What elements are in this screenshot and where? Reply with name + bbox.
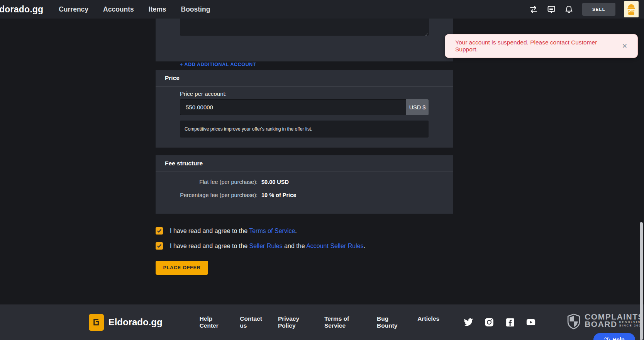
twitter-icon[interactable] (463, 317, 473, 327)
flat-fee-label: Flat fee (per purchase): (165, 179, 258, 185)
seller-rules-agreement-text: I have read and agree to the Seller Rule… (170, 243, 365, 250)
sell-button[interactable]: SELL (582, 3, 615, 16)
footer-link-articles[interactable]: Articles (417, 315, 439, 329)
fee-row-flat: Flat fee (per purchase): $0.00 USD (165, 179, 444, 185)
price-card-title: Price (156, 70, 453, 87)
seller-rules-link[interactable]: Seller Rules (249, 243, 282, 249)
price-card: Price Price per account: USD $ Competiti… (156, 70, 453, 148)
main-nav: Currency Accounts Items Boosting (59, 5, 210, 14)
price-input[interactable] (180, 99, 406, 115)
nav-item-items[interactable]: Items (149, 5, 166, 14)
help-question-icon: ? (604, 337, 610, 340)
nav-item-accounts[interactable]: Accounts (103, 5, 134, 14)
site-logo[interactable]: dorado.gg (0, 4, 43, 15)
toast-close-icon[interactable]: ✕ (620, 41, 629, 51)
place-offer-button[interactable]: PLACE OFFER (156, 261, 208, 275)
currency-suffix: USD $ (406, 99, 429, 115)
footer-link-privacy-policy[interactable]: Privacy Policy (278, 315, 313, 329)
account-details-card: + ADD ADDITIONAL ACCOUNT (156, 19, 453, 61)
price-per-account-label: Price per account: (180, 90, 227, 97)
footer-brand-text[interactable]: Eldorado.gg (108, 317, 163, 328)
account-seller-rules-link[interactable]: Account Seller Rules (306, 243, 364, 249)
seller-rules-checkbox[interactable] (156, 242, 163, 250)
terms-text-prefix: I have read and agree to the (170, 228, 249, 234)
terms-checkbox[interactable] (156, 227, 163, 235)
complaints-board-badge[interactable]: COMPLAINTS BOARD RESOLVING SINCE 2004 (567, 313, 644, 332)
chat-bubble-icon[interactable] (547, 5, 556, 14)
complaints-board-shield-icon (567, 313, 581, 332)
eldorado-logo-icon[interactable] (89, 314, 104, 331)
fee-rows: Flat fee (per purchase): $0.00 USD Perce… (165, 172, 444, 198)
agreement-row-terms: I have read and agree to the Terms of Se… (156, 227, 297, 235)
notification-bell-icon[interactable] (564, 5, 574, 14)
swap-arrows-icon[interactable] (529, 5, 538, 14)
fee-row-percentage: Percentage fee (per purchase): 10 % of P… (165, 192, 444, 198)
add-additional-account-link[interactable]: + ADD ADDITIONAL ACCOUNT (180, 62, 256, 67)
flat-fee-value: $0.00 USD (261, 179, 289, 185)
seller-text-prefix: I have read and agree to the (170, 243, 249, 249)
help-button[interactable]: ? Help (593, 333, 635, 340)
help-button-label: Help (612, 337, 624, 340)
price-input-row: USD $ (180, 99, 429, 115)
top-nav-bar: dorado.gg Currency Accounts Items Boosti… (0, 0, 644, 19)
youtube-icon[interactable] (526, 317, 536, 327)
footer-links: Help Center Contact us Privacy Policy Te… (200, 315, 439, 329)
footer-link-contact-us[interactable]: Contact us (240, 315, 266, 329)
fee-card-title: Fee structure (156, 155, 453, 172)
terms-text-suffix: . (295, 228, 297, 234)
textarea-resize-grip[interactable] (424, 31, 428, 38)
percentage-fee-label: Percentage fee (per purchase): (165, 192, 258, 198)
footer-link-bug-bounty[interactable]: Bug Bounty (377, 315, 406, 329)
terms-of-service-link[interactable]: Terms of Service (249, 228, 295, 234)
nav-right-controls: SELL (529, 1, 639, 17)
vertical-scrollbar-thumb[interactable] (640, 222, 643, 340)
fee-structure-card: Fee structure Flat fee (per purchase): $… (156, 155, 453, 214)
seller-text-middle: and the (283, 243, 306, 249)
toast-message: Your account is suspended. Please contac… (455, 39, 620, 53)
seller-text-suffix: . (364, 243, 365, 249)
social-icons (463, 317, 536, 327)
footer: Eldorado.gg Help Center Contact us Priva… (0, 304, 644, 340)
footer-link-terms-of-service[interactable]: Terms of Service (324, 315, 365, 329)
terms-agreement-text: I have read and agree to the Terms of Se… (170, 228, 297, 235)
percentage-fee-value: 10 % of Price (261, 192, 296, 198)
price-hint-box: Competitive prices improve your offer's … (180, 121, 429, 138)
complaints-board-line2: BOARD (585, 320, 617, 328)
instagram-icon[interactable] (484, 317, 494, 327)
price-hint-text: Competitive prices improve your offer's … (185, 126, 312, 132)
nav-item-boosting[interactable]: Boosting (181, 5, 210, 14)
suspension-toast: Your account is suspended. Please contac… (445, 34, 638, 58)
agreement-row-seller-rules: I have read and agree to the Seller Rule… (156, 242, 365, 250)
footer-link-help-center[interactable]: Help Center (200, 315, 229, 329)
complaints-board-text: COMPLAINTS BOARD RESOLVING SINCE 2004 (585, 313, 644, 328)
facebook-icon[interactable] (505, 317, 515, 327)
user-avatar[interactable] (624, 1, 639, 17)
nav-item-currency[interactable]: Currency (59, 5, 88, 14)
account-description-textarea[interactable] (180, 19, 429, 36)
